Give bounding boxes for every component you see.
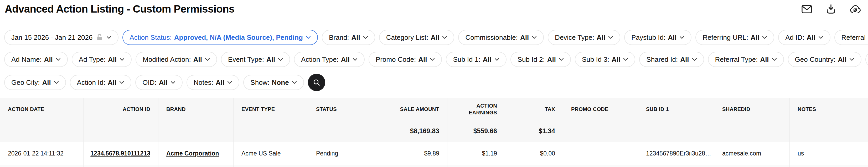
filter-pill-sub-id-1[interactable]: Sub Id 1:All [446,52,506,67]
filter-label: Sub Id 2: [518,55,545,64]
filter-pill-shared-id[interactable]: Shared Id:All [639,52,704,67]
filter-label: Sub Id 3: [582,55,609,64]
column-header-sharedid: SHAREDID [714,98,790,120]
email-button[interactable] [801,3,813,15]
filter-value: All [760,55,769,64]
chevron-down-icon [278,58,283,61]
action_earnings-cell: $1.19 [447,142,505,165]
tax-cell: $0.00 [505,142,563,165]
filter-pill-paystub-id[interactable]: Paystub Id:All [624,30,691,45]
filter-pill-ad-name[interactable]: Ad Name:All [4,52,68,67]
filter-value: All [267,55,275,64]
filter-value: All [597,34,605,42]
table-header-row: ACTION DATEACTION IDBRANDEVENT TYPESTATU… [0,98,868,120]
filter-label: Category List: [386,34,428,42]
chevron-down-icon [494,58,499,61]
email-icon [801,3,813,15]
cloud-sync-button[interactable] [849,3,861,15]
filter-value: All [547,55,556,64]
action_id-link[interactable]: 1234.5678.910111213 [90,150,150,157]
filter-pill-brand[interactable]: Brand:All [322,30,375,45]
action_earnings-cell [447,165,505,167]
chevron-down-icon [849,58,854,61]
filter-pill-modified-action[interactable]: Modified Action:All [135,52,217,67]
filter-pill-ad-id[interactable]: Ad ID:All [778,30,830,45]
topbar: Advanced Action Listing - Custom Permiss… [0,0,868,15]
filter-pill-notes[interactable]: Notes:All [187,75,239,90]
chevron-down-icon [430,58,435,61]
brand-cell: Acme Corporation [158,142,234,165]
search-button[interactable] [308,74,325,91]
filter-label: Sub Id 1: [453,55,480,64]
filter-value: All [680,55,689,64]
filter-pill-action-id[interactable]: Action Id:All [70,75,132,90]
chevron-down-icon [205,58,210,61]
filter-pill-device-type[interactable]: Device Type:All [548,30,620,45]
filter-pill-geo-city[interactable]: Geo City:All [4,75,66,90]
filter-pill-referral-type[interactable]: Referral Type:All [708,52,784,67]
date-range-text: Jan 15 2026 - Jan 21 2026 [11,34,92,42]
filter-value: All [42,79,51,87]
chevron-down-icon [623,58,628,61]
summary-sub_id_1 [638,120,714,142]
filter-pill-event-type[interactable]: Event Type:All [221,52,290,67]
filter-pill-geo-region[interactable]: Geo Region:All [865,52,868,67]
filter-pill-geo-country[interactable]: Geo Country:All [788,52,862,67]
filter-pill-referral-domain[interactable]: Referral Domain:All [834,30,868,45]
chevron-down-icon [442,36,447,39]
actions-table: ACTION DATEACTION IDBRANDEVENT TYPESTATU… [0,98,868,167]
filter-label: Commissionable: [465,34,518,42]
chevron-down-icon [772,58,777,61]
filter-label: Ad Name: [11,55,42,64]
sharedid-cell [714,165,790,167]
date-range-filter[interactable]: Jan 15 2026 - Jan 21 2026 [4,30,119,45]
filter-pill-ad-type[interactable]: Ad Type:All [72,52,132,67]
filter-label: Referring URL: [703,34,748,42]
summary-action_earnings: $559.66 [447,120,505,142]
notes-cell: us [790,142,868,165]
filter-pill-sub-id-3[interactable]: Sub Id 3:All [575,52,635,67]
sale_amount-cell [383,165,447,167]
filter-value: All [668,34,677,42]
filter-value: None [272,79,289,87]
filter-pill-show[interactable]: Show:None [243,75,304,90]
download-icon [825,3,837,15]
filter-value: All [418,55,427,64]
filter-pill-category-list[interactable]: Category List:All [379,30,455,45]
filter-value: All [838,55,846,64]
filter-pill-sub-id-2[interactable]: Sub Id 2:All [510,52,571,67]
tax-cell [505,165,563,167]
filter-label: OID: [143,79,156,87]
column-header-status: STATUS [308,98,383,120]
filter-label: Device Type: [555,34,594,42]
filter-value: All [108,55,117,64]
filter-label: Action Type: [301,55,339,64]
action_date-cell [0,165,84,167]
filter-pill-oid[interactable]: OID:All [135,75,183,90]
lock-icon [96,34,103,41]
filter-value: All [750,34,759,42]
brand-link[interactable]: Acme Corporation [166,150,219,157]
search-icon [312,78,321,87]
cloud-sync-icon [849,3,861,15]
summary-event_type [234,120,308,142]
chevron-down-icon [106,36,112,39]
column-header-action_earnings: ACTION EARNINGS [447,98,505,120]
chevron-down-icon [532,36,537,39]
filter-row-3: Geo City:AllAction Id:AllOID:AllNotes:Al… [4,74,864,91]
promo_code-cell [563,142,638,165]
filter-value: Approved, N/A (Media Source), Pending [174,34,303,42]
filter-label: Action Status: [129,34,172,42]
download-button[interactable] [825,3,837,15]
action-status-filter[interactable]: Action Status: Approved, N/A (Media Sour… [122,30,318,45]
sale_amount-cell: $9.89 [383,142,447,165]
filter-value: All [341,55,350,64]
filter-pill-commissionable[interactable]: Commissionable:All [458,30,544,45]
summary-row: $8,169.83$559.66$1.34 [0,120,868,142]
filter-label: Notes: [194,79,213,87]
filter-pill-referring-url[interactable]: Referring URL:All [695,30,774,45]
filter-pill-action-type[interactable]: Action Type:All [294,52,365,67]
filter-value: All [807,34,815,42]
chevron-down-icon [559,58,564,61]
filter-pill-promo-code[interactable]: Promo Code:All [369,52,442,67]
